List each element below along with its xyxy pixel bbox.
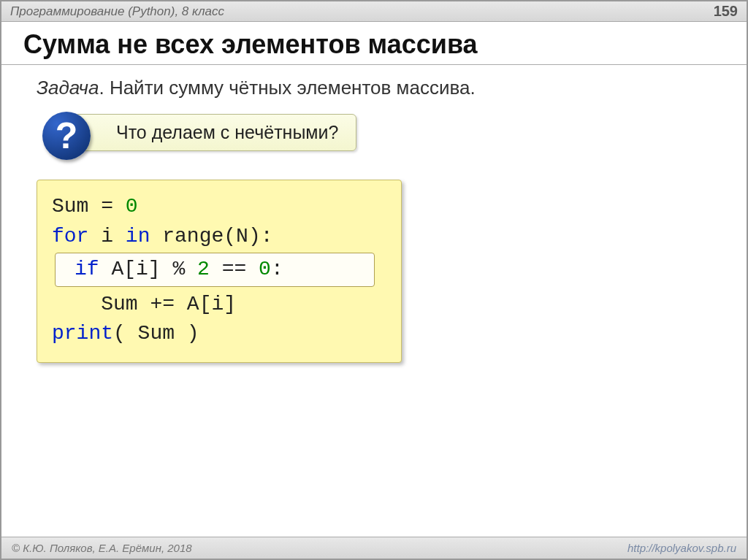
code-number: 0 <box>126 195 138 218</box>
code-line-4: Sum += A[i] <box>52 290 386 320</box>
code-keyword: print <box>52 322 113 345</box>
page-number: 159 <box>714 3 738 20</box>
task-text: . Найти сумму чётных элементов массива. <box>99 77 475 99</box>
code-text: range <box>150 225 224 248</box>
course-label: Программирование (Python), 8 класс <box>10 4 224 19</box>
code-line-1: Sum = 0 <box>52 192 386 222</box>
question-mark: ? <box>56 115 78 157</box>
hint-text: Что делаем с нечётными? <box>116 122 338 142</box>
code-text: ( Sum ) <box>113 322 199 345</box>
hint-row: Что делаем с нечётными? ? <box>37 112 717 155</box>
question-badge-icon: ? <box>42 112 91 160</box>
task-label: Задача <box>37 77 99 99</box>
code-number: 0 <box>259 258 271 280</box>
slide-body: Задача. Найти сумму чётных элементов мас… <box>1 65 747 537</box>
code-line-2: for i in range(N): <box>52 222 386 252</box>
code-text: i <box>88 225 125 248</box>
title-area: Сумма не всех элементов массива <box>1 22 747 65</box>
footer-copyright: © К.Ю. Поляков, Е.А. Ерёмин, 2018 <box>12 542 192 554</box>
condition-highlight: if A[i] % 2 == 0: <box>55 253 375 287</box>
slide-header: Программирование (Python), 8 класс 159 <box>1 1 747 22</box>
slide: Программирование (Python), 8 класс 159 С… <box>0 0 748 560</box>
code-text: : <box>271 258 283 280</box>
code-block: Sum = 0 for i in range(N): if A[i] % 2 =… <box>37 180 402 363</box>
code-text: Sum = <box>52 195 126 218</box>
task-line: Задача. Найти сумму чётных элементов мас… <box>37 77 717 99</box>
code-keyword: for <box>52 225 88 248</box>
code-line-5: print( Sum ) <box>52 319 386 349</box>
code-text: (N): <box>224 225 272 248</box>
code-line-3: if A[i] % 2 == 0: <box>56 255 374 285</box>
code-keyword: in <box>126 225 150 248</box>
code-text: A[i] % <box>99 258 197 280</box>
code-keyword: if <box>75 258 99 280</box>
slide-title: Сумма не всех элементов массива <box>23 29 725 60</box>
hint-box: Что делаем с нечётными? <box>75 114 356 151</box>
code-text: == <box>210 258 259 280</box>
slide-footer: © К.Ю. Поляков, Е.А. Ерёмин, 2018 http:/… <box>1 537 747 559</box>
footer-url: http://kpolyakov.spb.ru <box>627 542 736 554</box>
code-number: 2 <box>197 258 210 280</box>
